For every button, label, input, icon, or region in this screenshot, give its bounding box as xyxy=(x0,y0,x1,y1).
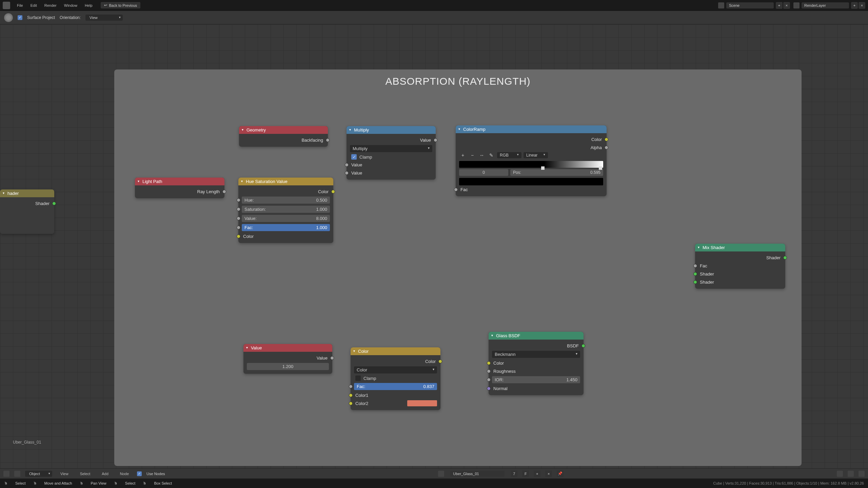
ramp-stop-0[interactable] xyxy=(541,166,545,170)
menu-node[interactable]: Node xyxy=(117,470,132,477)
material-unlink-button[interactable]: × xyxy=(545,470,552,477)
ramp-index-field[interactable]: 0 xyxy=(459,169,508,176)
node-header[interactable]: Color xyxy=(351,347,440,355)
ior-field[interactable]: IOR:1.450 xyxy=(492,376,580,383)
socket-bsdf-out[interactable] xyxy=(581,344,585,348)
pin-button[interactable]: 📌 xyxy=(557,470,564,477)
node-multiply[interactable]: Multiply Value Multiply ✓Clamp Value Val… xyxy=(347,126,436,180)
ramp-interp-dropdown[interactable]: Linear xyxy=(524,152,548,158)
socket-value1-in[interactable] xyxy=(345,163,349,167)
object-mode-dropdown[interactable]: Object xyxy=(25,471,52,477)
socket-fac-in[interactable] xyxy=(349,385,353,388)
sat-field[interactable]: Saturation:1.000 xyxy=(242,206,330,213)
layer-close-button[interactable]: × xyxy=(859,2,865,9)
material-add-button[interactable]: + xyxy=(534,470,540,477)
socket-ior-in[interactable] xyxy=(487,378,491,382)
socket-value-out[interactable] xyxy=(434,138,437,142)
layer-add-button[interactable]: + xyxy=(851,2,858,9)
hue-field[interactable]: Hue:0.500 xyxy=(242,197,330,204)
node-mix-color[interactable]: Color Color Color Clamp Fac:0.837 Color1… xyxy=(351,347,440,410)
operation-dropdown[interactable]: Multiply xyxy=(350,145,432,152)
ramp-remove-button[interactable]: − xyxy=(469,151,476,159)
value-field[interactable]: 1.200 xyxy=(247,363,329,370)
node-mix-shader[interactable]: Mix Shader Shader Fac Shader Shader xyxy=(695,244,785,289)
node-input-shader[interactable]: hader Shader xyxy=(0,189,54,234)
menu-view[interactable]: View xyxy=(57,470,72,477)
shader-type-icon[interactable] xyxy=(14,471,20,477)
distribution-dropdown[interactable]: Beckmann xyxy=(492,351,580,358)
socket-alpha-out[interactable] xyxy=(605,146,608,149)
overlay-icon[interactable] xyxy=(848,471,854,477)
menu-window[interactable]: Window xyxy=(61,2,81,9)
snap-icon[interactable] xyxy=(837,471,843,477)
material-fake-user[interactable]: F xyxy=(522,470,529,477)
socket-shader2-in[interactable] xyxy=(693,280,697,284)
fac-field[interactable]: Fac:0.837 xyxy=(354,383,437,390)
ramp-flip-button[interactable]: ↔ xyxy=(478,151,486,159)
use-nodes-checkbox[interactable]: ✓ xyxy=(137,471,142,476)
ramp-pos-field[interactable]: Pos:0.595 xyxy=(510,169,603,176)
color-ramp-gradient[interactable] xyxy=(459,161,603,168)
node-header[interactable]: Value xyxy=(243,344,332,352)
socket-value-out[interactable] xyxy=(330,356,334,360)
menu-help[interactable]: Help xyxy=(81,2,96,9)
node-header[interactable]: Hue Saturation Value xyxy=(238,178,333,185)
val-field[interactable]: Value:8.000 xyxy=(242,215,330,222)
back-button[interactable]: ↩ Back to Previous xyxy=(101,2,141,8)
socket-color1-in[interactable] xyxy=(349,393,353,397)
socket-hue-in[interactable] xyxy=(237,198,240,202)
node-geometry[interactable]: Geometry Backfacing xyxy=(239,126,328,147)
node-light-path[interactable]: Light Path Ray Length xyxy=(135,178,224,198)
ramp-color-swatch[interactable] xyxy=(459,178,603,185)
socket-color-out[interactable] xyxy=(605,138,608,141)
socket-value2-in[interactable] xyxy=(345,171,349,175)
socket-color-out[interactable] xyxy=(438,360,442,363)
node-glass-bsdf[interactable]: Glass BSDF BSDF Beckmann Color Roughness… xyxy=(489,332,584,395)
maximize-icon[interactable] xyxy=(859,471,865,477)
node-header[interactable]: ColorRamp xyxy=(456,125,607,133)
socket-shader1-in[interactable] xyxy=(693,272,697,276)
socket-color-in[interactable] xyxy=(237,235,240,238)
node-header[interactable]: Mix Shader xyxy=(695,244,785,251)
clamp-checkbox[interactable] xyxy=(355,375,361,381)
material-selector[interactable]: Uber_Glass_01 xyxy=(450,471,505,477)
node-hsv[interactable]: Hue Saturation Value Color Hue:0.500 Sat… xyxy=(238,178,333,243)
socket-fac-in[interactable] xyxy=(454,188,458,191)
socket-color2-in[interactable] xyxy=(349,402,353,405)
socket-color-in[interactable] xyxy=(487,361,491,365)
node-header[interactable]: Light Path xyxy=(135,178,224,185)
renderlayer-selector[interactable]: RenderLayer xyxy=(802,2,849,8)
scene-add-button[interactable]: + xyxy=(776,2,783,9)
menu-file[interactable]: File xyxy=(14,2,26,9)
node-header[interactable]: Geometry xyxy=(239,126,328,134)
node-colorramp[interactable]: ColorRamp Color Alpha + − ↔ ✎ RGB Linear… xyxy=(456,125,607,196)
material-users[interactable]: 7 xyxy=(511,470,517,477)
menu-add[interactable]: Add xyxy=(98,470,112,477)
scene-selector[interactable]: Scene xyxy=(726,2,774,8)
surface-project-checkbox[interactable]: ✓ xyxy=(18,15,22,20)
ramp-tools-button[interactable]: ✎ xyxy=(488,151,495,159)
node-header[interactable]: Multiply xyxy=(347,126,436,134)
socket-sat-in[interactable] xyxy=(237,207,240,211)
socket-normal-in[interactable] xyxy=(487,387,491,390)
node-header[interactable]: Glass BSDF xyxy=(489,332,584,340)
node-value[interactable]: Value Value 1.200 xyxy=(243,344,332,374)
socket-fac-in[interactable] xyxy=(693,264,697,268)
blend-mode-dropdown[interactable]: Color xyxy=(354,366,437,373)
menu-render[interactable]: Render xyxy=(41,2,60,9)
node-header[interactable]: hader xyxy=(0,189,54,197)
orientation-dropdown[interactable]: View xyxy=(85,15,123,21)
socket-color-out[interactable] xyxy=(331,190,335,194)
socket-shader-out[interactable] xyxy=(52,202,56,205)
editor-type-icon[interactable] xyxy=(3,471,9,477)
socket-backfacing-out[interactable] xyxy=(326,138,330,142)
node-editor-canvas[interactable]: ABSORPTION (RAYLENGTH) hader Shader Ligh… xyxy=(0,24,868,468)
clamp-checkbox[interactable]: ✓ xyxy=(351,154,357,160)
socket-val-in[interactable] xyxy=(237,217,240,220)
scene-close-button[interactable]: × xyxy=(783,2,790,9)
fac-field[interactable]: Fac:1.000 xyxy=(242,224,330,231)
socket-rough-in[interactable] xyxy=(487,369,491,373)
menu-select[interactable]: Select xyxy=(77,470,94,477)
ramp-add-button[interactable]: + xyxy=(459,151,467,159)
socket-shader-out[interactable] xyxy=(783,256,787,260)
